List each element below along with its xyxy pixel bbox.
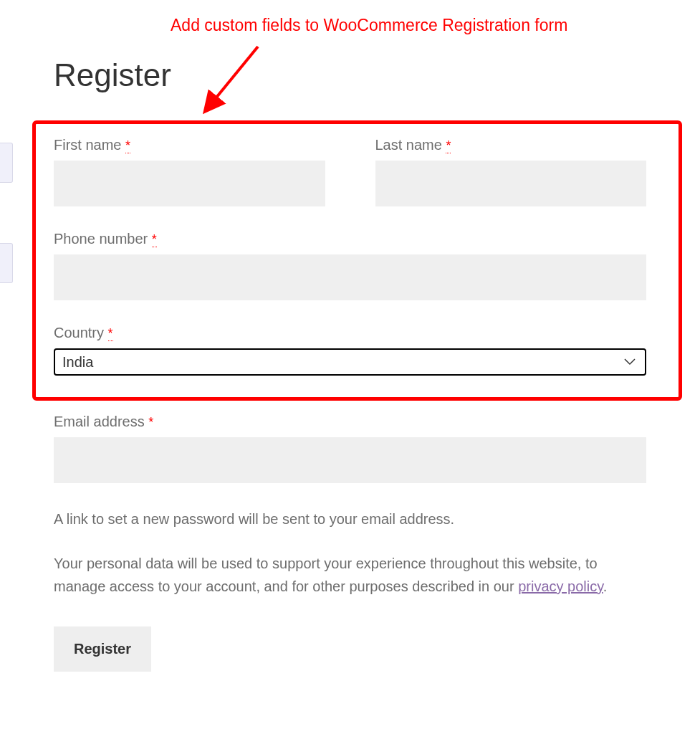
privacy-policy-link[interactable]: privacy policy	[518, 578, 603, 594]
left-edge-stub-1	[0, 143, 13, 183]
last-name-input[interactable]	[375, 161, 647, 206]
required-indicator: *	[125, 138, 130, 153]
annotation-callout: Add custom fields to WooCommerce Registr…	[171, 16, 567, 35]
password-hint-text: A link to set a new password will be sen…	[54, 507, 646, 530]
page-title: Register	[54, 57, 646, 93]
required-indicator: *	[148, 415, 153, 429]
email-field-wrapper: Email address *	[54, 414, 646, 483]
country-label: Country *	[54, 325, 646, 341]
email-input[interactable]	[54, 437, 646, 483]
phone-field-wrapper: Phone number *	[54, 231, 646, 300]
required-indicator: *	[446, 138, 451, 153]
register-form: Register First name * Last name * Phone …	[0, 0, 700, 700]
first-name-field-wrapper: First name *	[54, 137, 325, 206]
email-label: Email address *	[54, 414, 646, 430]
required-indicator: *	[108, 326, 113, 341]
last-name-label: Last name *	[375, 137, 647, 153]
custom-fields-highlight: First name * Last name * Phone number *	[32, 120, 682, 401]
first-name-label: First name *	[54, 137, 325, 153]
first-name-input[interactable]	[54, 161, 325, 206]
phone-input[interactable]	[54, 254, 646, 300]
last-name-field-wrapper: Last name *	[375, 137, 647, 206]
required-indicator: *	[152, 232, 157, 247]
country-select[interactable]: India	[54, 348, 646, 376]
country-field-wrapper: Country * India	[54, 325, 646, 376]
register-button[interactable]: Register	[54, 626, 151, 672]
left-edge-stub-2	[0, 243, 13, 283]
phone-label: Phone number *	[54, 231, 646, 247]
privacy-text: Your personal data will be used to suppo…	[54, 552, 646, 598]
